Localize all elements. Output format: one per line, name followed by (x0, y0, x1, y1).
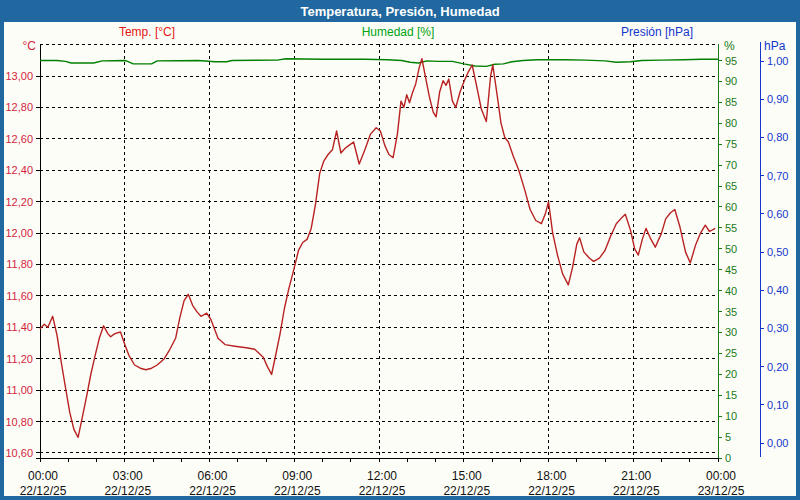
pressure-tick-label: 0,80 (767, 131, 788, 143)
temp-tick-label: 13,00 (5, 70, 33, 82)
temp-tick-label: 12,20 (5, 196, 33, 208)
humidity-tick-label: 30 (725, 326, 737, 338)
chart-window: Temperatura, Presión, Humedad Temp. [°C]… (0, 0, 800, 500)
time-tick-label: 03:00 (113, 469, 143, 483)
humidity-tick-label: 40 (725, 285, 737, 297)
humidity-tick-label: 95 (725, 55, 737, 67)
date-tick-label: 22/12/25 (189, 484, 236, 496)
temp-tick-label: 11,20 (6, 353, 33, 365)
chart-area: Temp. [°C] Humedad [%] Presión [hPa] °C … (4, 22, 796, 496)
humidity-tick-label: 70 (725, 159, 737, 171)
pressure-tick-label: 0,50 (767, 246, 788, 258)
humidity-tick-label: 10 (725, 410, 737, 422)
pressure-tick-label: 0,30 (767, 322, 788, 334)
humidity-tick-label: 45 (725, 264, 737, 276)
window-titlebar: Temperatura, Presión, Humedad (0, 0, 800, 22)
pressure-tick-label: 0,90 (767, 93, 788, 105)
time-tick-label: 21:00 (621, 469, 651, 483)
humidity-tick-label: 20 (725, 368, 737, 380)
humidity-tick-label: 65 (725, 180, 737, 192)
temp-tick-label: 10,60 (5, 447, 33, 459)
temp-tick-label: 11,80 (6, 258, 33, 270)
humidity-tick-label: 0 (725, 452, 731, 464)
time-tick-label: 00:00 (28, 469, 58, 483)
humidity-tick-label: 55 (725, 222, 737, 234)
temp-tick-label: 10,80 (5, 416, 33, 428)
humidity-tick-label: 15 (725, 389, 737, 401)
humidity-tick-label: 25 (725, 347, 737, 359)
date-tick-label: 23/12/25 (698, 484, 745, 496)
temp-tick-label: 11,00 (6, 384, 33, 396)
temp-tick-label: 12,40 (5, 164, 33, 176)
humidity-tick-label: 35 (725, 306, 737, 318)
humidity-tick-label: 75 (725, 138, 737, 150)
pressure-tick-label: 1,00 (767, 55, 788, 67)
date-tick-label: 22/12/25 (443, 484, 490, 496)
plot-canvas: 13,0012,8012,6012,4012,2012,0011,8011,60… (4, 22, 796, 496)
temp-tick-label: 11,40 (6, 321, 33, 333)
pressure-tick-label: 0,60 (767, 208, 788, 220)
time-tick-label: 12:00 (367, 469, 397, 483)
temperature-curve (40, 59, 715, 438)
pressure-tick-label: 0,10 (767, 399, 788, 411)
time-tick-label: 15:00 (452, 469, 482, 483)
date-tick-label: 22/12/25 (359, 484, 406, 496)
date-tick-label: 22/12/25 (613, 484, 660, 496)
window-title: Temperatura, Presión, Humedad (300, 4, 499, 19)
pressure-tick-label: 0,70 (767, 170, 788, 182)
time-tick-label: 09:00 (282, 469, 312, 483)
temp-tick-label: 12,80 (5, 101, 33, 113)
pressure-tick-label: 0,40 (767, 284, 788, 296)
date-tick-label: 22/12/25 (274, 484, 321, 496)
temp-tick-label: 11,60 (6, 290, 33, 302)
humidity-tick-label: 85 (725, 96, 737, 108)
date-tick-label: 22/12/25 (528, 484, 575, 496)
humidity-tick-label: 60 (725, 201, 737, 213)
humidity-tick-label: 80 (725, 117, 737, 129)
pressure-tick-label: 0,20 (767, 361, 788, 373)
date-tick-label: 22/12/25 (104, 484, 151, 496)
humidity-tick-label: 90 (725, 75, 737, 87)
humidity-tick-label: 5 (725, 431, 731, 443)
time-tick-label: 00:00 (706, 469, 736, 483)
time-tick-label: 18:00 (536, 469, 566, 483)
humidity-tick-label: 50 (725, 243, 737, 255)
date-tick-label: 22/12/25 (20, 484, 67, 496)
pressure-tick-label: 0,00 (767, 437, 788, 449)
temp-tick-label: 12,60 (5, 133, 33, 145)
time-tick-label: 06:00 (197, 469, 227, 483)
temp-tick-label: 12,00 (5, 227, 33, 239)
